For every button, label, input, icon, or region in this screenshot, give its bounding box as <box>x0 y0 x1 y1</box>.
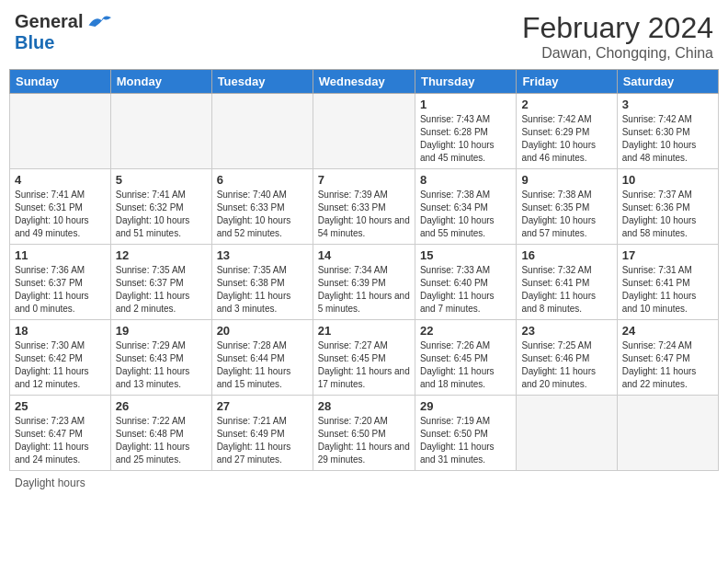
logo: General Blue <box>15 11 111 53</box>
daylight-text: Daylight: 10 hours and 49 minutes. <box>15 215 89 238</box>
month-year-title: February 2024 <box>522 11 713 45</box>
day-number: 16 <box>521 248 611 262</box>
daylight-text: Daylight: 10 hours and 45 minutes. <box>420 140 495 163</box>
calendar-week-row: 1Sunrise: 7:43 AMSunset: 6:28 PMDaylight… <box>10 94 719 169</box>
daylight-text: Daylight: 10 hours and 51 minutes. <box>116 215 190 238</box>
sunset-text: Sunset: 6:32 PM <box>116 202 184 213</box>
sunrise-text: Sunrise: 7:34 AM <box>318 265 388 275</box>
sunrise-text: Sunrise: 7:37 AM <box>622 190 692 200</box>
daylight-text: Daylight: 11 hours and 3 minutes. <box>217 291 291 314</box>
location-text: Dawan, Chongqing, China <box>522 45 713 62</box>
day-info: Sunrise: 7:19 AMSunset: 6:50 PMDaylight:… <box>420 415 511 466</box>
daylight-text: Daylight: 11 hours and 31 minutes. <box>420 442 495 465</box>
day-number: 8 <box>420 173 511 187</box>
table-row: 24Sunrise: 7:24 AMSunset: 6:47 PMDayligh… <box>617 320 718 396</box>
table-row: 8Sunrise: 7:38 AMSunset: 6:34 PMDaylight… <box>415 169 516 245</box>
table-row <box>10 94 111 169</box>
sunrise-text: Sunrise: 7:41 AM <box>116 190 186 200</box>
table-row <box>517 396 617 471</box>
daylight-text: Daylight: 11 hours and 20 minutes. <box>521 366 596 389</box>
day-number: 12 <box>116 248 207 262</box>
calendar-week-row: 25Sunrise: 7:23 AMSunset: 6:47 PMDayligh… <box>10 396 719 471</box>
title-block: February 2024 Dawan, Chongqing, China <box>522 11 713 62</box>
day-number: 11 <box>15 248 106 262</box>
table-row: 12Sunrise: 7:35 AMSunset: 6:37 PMDayligh… <box>110 245 211 320</box>
col-saturday: Saturday <box>617 70 718 94</box>
daylight-text: Daylight: 11 hours and 25 minutes. <box>116 442 190 465</box>
table-row: 18Sunrise: 7:30 AMSunset: 6:42 PMDayligh… <box>10 320 111 396</box>
day-number: 10 <box>622 173 713 187</box>
sunrise-text: Sunrise: 7:20 AM <box>318 416 388 426</box>
day-number: 21 <box>318 324 410 338</box>
table-row: 2Sunrise: 7:42 AMSunset: 6:29 PMDaylight… <box>517 94 617 169</box>
sunset-text: Sunset: 6:50 PM <box>318 429 386 439</box>
sunrise-text: Sunrise: 7:24 AM <box>622 340 692 350</box>
day-number: 1 <box>420 98 511 111</box>
sunrise-text: Sunrise: 7:23 AM <box>15 416 85 426</box>
sunset-text: Sunset: 6:29 PM <box>521 127 589 137</box>
day-info: Sunrise: 7:43 AMSunset: 6:28 PMDaylight:… <box>420 113 511 165</box>
sunset-text: Sunset: 6:36 PM <box>622 202 690 213</box>
day-info: Sunrise: 7:20 AMSunset: 6:50 PMDaylight:… <box>318 415 410 466</box>
sunset-text: Sunset: 6:35 PM <box>521 202 589 213</box>
sunset-text: Sunset: 6:43 PM <box>116 353 184 363</box>
calendar-week-row: 18Sunrise: 7:30 AMSunset: 6:42 PMDayligh… <box>10 320 719 396</box>
logo-line: General <box>15 11 111 32</box>
sunrise-text: Sunrise: 7:35 AM <box>217 265 287 275</box>
day-number: 19 <box>116 324 207 338</box>
daylight-text: Daylight: 11 hours and 13 minutes. <box>116 366 190 389</box>
day-number: 22 <box>420 324 511 338</box>
day-number: 24 <box>622 324 713 338</box>
day-number: 26 <box>116 399 207 413</box>
day-info: Sunrise: 7:42 AMSunset: 6:30 PMDaylight:… <box>622 113 713 165</box>
col-wednesday: Wednesday <box>313 70 415 94</box>
sunrise-text: Sunrise: 7:43 AM <box>420 114 490 124</box>
calendar-header-row: Sunday Monday Tuesday Wednesday Thursday… <box>10 70 719 94</box>
day-info: Sunrise: 7:32 AMSunset: 6:41 PMDaylight:… <box>521 264 611 316</box>
sunset-text: Sunset: 6:41 PM <box>622 278 690 288</box>
day-number: 28 <box>318 399 410 413</box>
day-info: Sunrise: 7:25 AMSunset: 6:46 PMDaylight:… <box>521 339 611 391</box>
sunrise-text: Sunrise: 7:38 AM <box>420 190 490 200</box>
table-row: 11Sunrise: 7:36 AMSunset: 6:37 PMDayligh… <box>10 245 111 320</box>
sunrise-text: Sunrise: 7:39 AM <box>318 190 388 200</box>
daylight-hours-label: Daylight hours <box>15 477 85 489</box>
day-info: Sunrise: 7:36 AMSunset: 6:37 PMDaylight:… <box>15 264 106 316</box>
sunset-text: Sunset: 6:50 PM <box>420 429 488 439</box>
daylight-text: Daylight: 11 hours and 7 minutes. <box>420 291 495 314</box>
sunset-text: Sunset: 6:42 PM <box>15 353 83 363</box>
sunset-text: Sunset: 6:46 PM <box>521 353 589 363</box>
col-monday: Monday <box>110 70 211 94</box>
daylight-text: Daylight: 11 hours and 18 minutes. <box>420 366 495 389</box>
bird-icon <box>85 12 111 32</box>
day-info: Sunrise: 7:27 AMSunset: 6:45 PMDaylight:… <box>318 339 410 391</box>
sunset-text: Sunset: 6:39 PM <box>318 278 386 288</box>
daylight-text: Daylight: 11 hours and 10 minutes. <box>622 291 697 314</box>
sunset-text: Sunset: 6:44 PM <box>217 353 285 363</box>
daylight-text: Daylight: 10 hours and 57 minutes. <box>521 215 596 238</box>
sunrise-text: Sunrise: 7:38 AM <box>521 190 591 200</box>
daylight-text: Daylight: 11 hours and 5 minutes. <box>318 291 410 314</box>
sunset-text: Sunset: 6:40 PM <box>420 278 488 288</box>
day-number: 14 <box>318 248 410 262</box>
col-thursday: Thursday <box>415 70 516 94</box>
table-row <box>313 94 415 169</box>
day-info: Sunrise: 7:38 AMSunset: 6:34 PMDaylight:… <box>420 189 511 240</box>
table-row: 13Sunrise: 7:35 AMSunset: 6:38 PMDayligh… <box>211 245 313 320</box>
day-info: Sunrise: 7:22 AMSunset: 6:48 PMDaylight:… <box>116 415 207 466</box>
day-number: 7 <box>318 173 410 187</box>
daylight-text: Daylight: 11 hours and 17 minutes. <box>318 366 410 389</box>
sunset-text: Sunset: 6:48 PM <box>116 429 184 439</box>
sunrise-text: Sunrise: 7:42 AM <box>622 114 692 124</box>
table-row: 1Sunrise: 7:43 AMSunset: 6:28 PMDaylight… <box>415 94 516 169</box>
sunset-text: Sunset: 6:38 PM <box>217 278 285 288</box>
day-number: 23 <box>521 324 611 338</box>
table-row: 16Sunrise: 7:32 AMSunset: 6:41 PMDayligh… <box>517 245 617 320</box>
logo-general: General <box>15 11 83 32</box>
day-info: Sunrise: 7:26 AMSunset: 6:45 PMDaylight:… <box>420 339 511 391</box>
day-info: Sunrise: 7:29 AMSunset: 6:43 PMDaylight:… <box>116 339 207 391</box>
sunrise-text: Sunrise: 7:27 AM <box>318 340 388 350</box>
calendar-week-row: 4Sunrise: 7:41 AMSunset: 6:31 PMDaylight… <box>10 169 719 245</box>
sunrise-text: Sunrise: 7:36 AM <box>15 265 85 275</box>
table-row: 3Sunrise: 7:42 AMSunset: 6:30 PMDaylight… <box>617 94 718 169</box>
